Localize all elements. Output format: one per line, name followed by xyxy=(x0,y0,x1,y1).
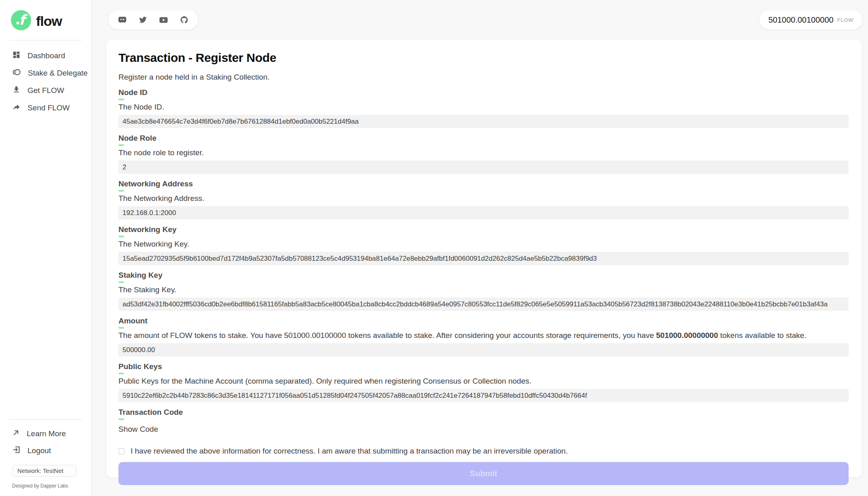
green-underline xyxy=(118,190,124,192)
field-label: Node ID xyxy=(118,88,849,97)
field-description: The Networking Address. xyxy=(118,194,849,203)
field-label: Node Role xyxy=(118,134,849,143)
field-node-role: Node Role The node role to register. xyxy=(118,134,849,174)
green-underline xyxy=(118,144,124,146)
discord-icon[interactable] xyxy=(118,16,127,24)
field-label: Staking Key xyxy=(118,271,849,280)
page-subtitle: Register a node held in a Staking Collec… xyxy=(118,73,849,82)
field-label: Amount xyxy=(118,317,849,325)
green-underline xyxy=(118,327,124,329)
transaction-card: Transaction - Register Node Register a n… xyxy=(106,39,862,478)
sidebar-item-label: Dashboard xyxy=(27,51,65,60)
github-icon[interactable] xyxy=(180,16,188,24)
sidebar-spacer xyxy=(0,116,91,419)
node-role-input[interactable] xyxy=(118,160,849,174)
account-balance-pill[interactable]: 501000.00100000 FLOW xyxy=(759,10,862,30)
field-staking-key: Staking Key The Staking Key. xyxy=(118,271,849,311)
green-underline xyxy=(118,236,124,237)
balance-currency: FLOW xyxy=(837,17,853,23)
field-description: The Node ID. xyxy=(118,103,849,112)
show-code-link[interactable]: Show Code xyxy=(118,425,158,434)
green-underline xyxy=(118,373,124,374)
twitter-icon[interactable] xyxy=(139,16,147,24)
field-label: Networking Key xyxy=(118,225,849,234)
logout-icon xyxy=(12,445,21,456)
field-networking-key: Networking Key The Networking Key. xyxy=(118,225,849,265)
amount-available-bold: 501000.00000000 xyxy=(656,331,718,340)
staking-key-input[interactable] xyxy=(118,298,849,311)
dashboard-icon xyxy=(12,51,21,61)
flow-logo-icon: f xyxy=(11,10,31,32)
field-transaction-code: Transaction Code Show Code xyxy=(118,408,849,434)
field-label: Transaction Code xyxy=(118,408,849,417)
sidebar-item-stake-delegate[interactable]: Stake & Delegate xyxy=(12,64,91,82)
sidebar-item-get-flow[interactable]: Get FLOW xyxy=(12,82,91,99)
field-description: The Networking Key. xyxy=(118,240,849,249)
node-id-input[interactable] xyxy=(118,115,849,128)
flow-logo[interactable]: f flow xyxy=(0,0,91,40)
field-description: The amount of FLOW tokens to stake. You … xyxy=(118,331,849,340)
sidebar-item-send-flow[interactable]: Send FLOW xyxy=(12,99,91,116)
field-node-id: Node ID The Node ID. xyxy=(118,88,849,128)
green-underline xyxy=(118,99,124,100)
networking-key-input[interactable] xyxy=(118,252,849,265)
public-keys-input[interactable] xyxy=(118,389,849,402)
amount-input[interactable] xyxy=(118,343,849,357)
field-amount: Amount The amount of FLOW tokens to stak… xyxy=(118,317,849,357)
youtube-icon[interactable] xyxy=(159,16,168,24)
top-bar: 501000.00100000 FLOW xyxy=(106,10,862,30)
external-link-icon xyxy=(12,429,20,438)
field-label: Networking Address xyxy=(118,179,849,188)
sidebar-nav: Dashboard Stake & Delegate Get FLOW Send… xyxy=(0,40,91,116)
balance-amount: 501000.00100000 xyxy=(768,15,833,25)
send-arrow-icon xyxy=(12,103,21,113)
field-description: The node role to register. xyxy=(118,148,849,157)
logout-label: Logout xyxy=(27,446,51,455)
field-networking-address: Networking Address The Networking Addres… xyxy=(118,179,849,220)
confirmation-text: I have reviewed the above information fo… xyxy=(131,447,568,456)
sidebar: f flow Dashboard Stake & Delegate xyxy=(0,0,91,496)
field-description: Public Keys for the Machine Account (com… xyxy=(118,377,849,386)
social-links-pill xyxy=(108,10,198,30)
field-label: Public Keys xyxy=(118,362,849,371)
stake-circles-icon xyxy=(12,68,21,78)
network-badge: Network: TestNet xyxy=(12,465,77,477)
field-public-keys: Public Keys Public Keys for the Machine … xyxy=(118,362,849,402)
amount-desc-post: tokens available to stake. xyxy=(718,331,807,340)
amount-desc-pre: The amount of FLOW tokens to stake. You … xyxy=(118,331,656,340)
credit-text: Designed by Dapper Labs xyxy=(12,483,91,489)
learn-more-label: Learn More xyxy=(27,429,66,438)
confirmation-checkbox[interactable] xyxy=(118,448,125,454)
sidebar-item-label: Get FLOW xyxy=(27,86,64,95)
logout-button[interactable]: Logout xyxy=(12,442,91,459)
sidebar-item-label: Send FLOW xyxy=(27,103,70,112)
sidebar-footer: Learn More Logout Network: TestNet Desig… xyxy=(0,420,91,496)
confirmation-row: I have reviewed the above information fo… xyxy=(118,447,849,456)
green-underline xyxy=(118,281,124,283)
green-underline xyxy=(118,418,124,420)
networking-address-input[interactable] xyxy=(118,206,849,220)
sidebar-item-label: Stake & Delegate xyxy=(28,69,88,78)
field-description: The Staking Key. xyxy=(118,285,849,294)
page-title: Transaction - Register Node xyxy=(118,51,849,65)
sidebar-item-dashboard[interactable]: Dashboard xyxy=(12,47,91,64)
brand-wordmark: flow xyxy=(36,13,62,29)
download-icon xyxy=(12,85,21,95)
learn-more-link[interactable]: Learn More xyxy=(12,425,91,442)
main-content: 501000.00100000 FLOW Transaction - Regis… xyxy=(91,0,868,496)
submit-button[interactable]: Submit xyxy=(118,462,849,485)
